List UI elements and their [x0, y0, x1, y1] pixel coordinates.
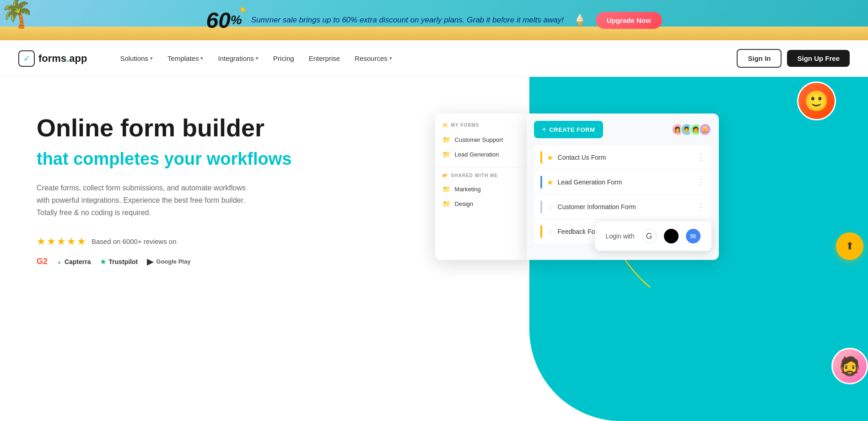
- more-options-icon[interactable]: ⋮: [697, 152, 705, 162]
- avatar-group: 👩 👨 🧑 👱: [671, 123, 712, 136]
- sidebar-divider: [435, 167, 527, 167]
- upgrade-button[interactable]: Upgrade Now: [596, 12, 662, 29]
- star-icon-active[interactable]: ★: [547, 153, 553, 162]
- chevron-down-icon: ▾: [389, 55, 392, 61]
- sidebar-item-lead-generation[interactable]: 📁 Lead Generation: [435, 147, 527, 162]
- form-item-customer-info[interactable]: ☆ Customer Information Form ⋮: [534, 195, 712, 219]
- folder-pink-icon: 📁: [442, 185, 450, 193]
- google-play-icon: ▶: [147, 257, 153, 267]
- nav-integrations[interactable]: Integrations ▾: [212, 51, 264, 66]
- review-count: Based on 6000+ reviews on: [92, 237, 177, 245]
- banner-text: Summer sale brings up to 60% extra disco…: [251, 16, 564, 25]
- more-options-icon[interactable]: ⋮: [697, 177, 705, 187]
- login-text: Login with: [606, 232, 635, 240]
- star-icon-active[interactable]: ★: [547, 178, 553, 187]
- nav-solutions[interactable]: Solutions ▾: [114, 51, 158, 66]
- hero-section: Online form builder that completes your …: [0, 77, 868, 421]
- google-login-icon[interactable]: G: [642, 229, 657, 243]
- hero-right: ✏️ ⬆ 😊 🙂 🧔 ●●●●●● ●●●●●● ●●●●●●: [417, 77, 868, 421]
- logo[interactable]: ✓ forms.app: [18, 50, 87, 67]
- navigation: ✓ forms.app Solutions ▾ Templates ▾ Inte…: [0, 40, 868, 77]
- email-login-icon[interactable]: ✉: [686, 229, 701, 243]
- star-rating: ★★★★★: [37, 236, 87, 248]
- toolbar: + CREATE FORM 👩 👨 🧑 👱: [534, 121, 712, 138]
- user-avatar-3: 🧔: [831, 348, 868, 384]
- chevron-down-icon: ▾: [200, 55, 203, 61]
- logo-icon: ✓: [18, 50, 35, 67]
- form-item-leadgen[interactable]: ★ Lead Generation Form ⋮: [534, 170, 712, 194]
- hero-left: Online form builder that completes your …: [0, 77, 417, 421]
- badge-googleplay: ▶ Google Play: [147, 257, 190, 267]
- folder-blue-icon: 📁: [442, 151, 450, 158]
- folder-yellow-icon: 📁: [442, 136, 450, 143]
- reviews-row: ★★★★★ Based on 6000+ reviews on: [37, 236, 399, 248]
- form-color-bar: [540, 151, 542, 164]
- hero-description: Create forms, collect form submissions, …: [37, 182, 256, 219]
- app-mockup: 📁 MY FORMS 📁 Customer Support 📁 Lead Gen…: [435, 113, 719, 260]
- star-icon[interactable]: ☆: [547, 227, 553, 236]
- badge-row: G2 ▲ Capterra ★ Trustpilot ▶ Google Play: [37, 257, 399, 267]
- chevron-down-icon: ▾: [150, 55, 153, 61]
- share-folder-icon: 📂: [442, 173, 448, 178]
- banner-content: 6 0 % ☀️ Summer sale brings up to 60% ex…: [206, 8, 662, 33]
- star-icon[interactable]: ☆: [547, 203, 553, 211]
- login-card: Login with G ✉: [595, 221, 712, 251]
- sidebar-item-marketing[interactable]: 📁 Marketing: [435, 182, 527, 196]
- nav-pricing[interactable]: Pricing: [268, 51, 300, 66]
- badge-trustpilot: ★ Trustpilot: [100, 258, 138, 265]
- badge-capterra: ▲ Capterra: [57, 258, 91, 265]
- promo-banner: 🌴 6 0 % ☀️ Summer sale brings up to 60% …: [0, 0, 868, 40]
- user-avatar-2: 🙂: [797, 81, 836, 120]
- signin-button[interactable]: Sign In: [737, 49, 782, 68]
- shared-with-me-label: 📂 SHARED WITH ME: [435, 173, 527, 182]
- nav-templates[interactable]: Templates ▾: [162, 51, 209, 66]
- discount-badge: 6 0 % ☀️: [206, 8, 242, 33]
- form-item-contact[interactable]: ★ Contact Us Form ⋮: [534, 146, 712, 169]
- folder-icon: 📁: [442, 123, 448, 128]
- create-form-button[interactable]: + CREATE FORM: [534, 121, 604, 138]
- sidebar-panel: 📁 MY FORMS 📁 Customer Support 📁 Lead Gen…: [435, 113, 527, 260]
- folder-teal-icon: 📁: [442, 200, 450, 207]
- my-forms-label: 📁 MY FORMS: [435, 123, 527, 132]
- hero-title: Online form builder: [37, 113, 399, 142]
- main-panel: + CREATE FORM 👩 👨 🧑 👱 ★: [527, 113, 719, 260]
- badge-g2: G2: [37, 257, 48, 266]
- nav-links: Solutions ▾ Templates ▾ Integrations ▾ P…: [114, 51, 737, 66]
- apple-login-icon[interactable]: [664, 229, 679, 243]
- nav-resources[interactable]: Resources ▾: [349, 51, 398, 66]
- ice-cream-icon: 🍦: [573, 14, 587, 27]
- share-bubble: ⬆: [836, 232, 863, 260]
- plus-icon: +: [542, 125, 547, 134]
- form-color-bar: [540, 200, 542, 213]
- hero-subtitle: that completes your workflows: [37, 149, 399, 169]
- avatar-4: 👱: [699, 123, 712, 136]
- more-options-icon[interactable]: ⋮: [697, 202, 705, 212]
- nav-enterprise[interactable]: Enterprise: [303, 51, 345, 66]
- sidebar-item-customer-support[interactable]: 📁 Customer Support: [435, 132, 527, 147]
- chevron-down-icon: ▾: [256, 55, 259, 61]
- share-icon: ⬆: [836, 232, 863, 260]
- form-color-bar: [540, 176, 542, 189]
- logo-text: forms.app: [38, 53, 87, 65]
- palm-icon: 🌴: [0, 0, 34, 27]
- nav-actions: Sign In Sign Up Free: [737, 49, 850, 68]
- form-color-bar: [540, 225, 542, 238]
- signup-button[interactable]: Sign Up Free: [787, 50, 850, 67]
- sidebar-item-design[interactable]: 📁 Design: [435, 196, 527, 211]
- sun-icon: ☀️: [239, 6, 247, 13]
